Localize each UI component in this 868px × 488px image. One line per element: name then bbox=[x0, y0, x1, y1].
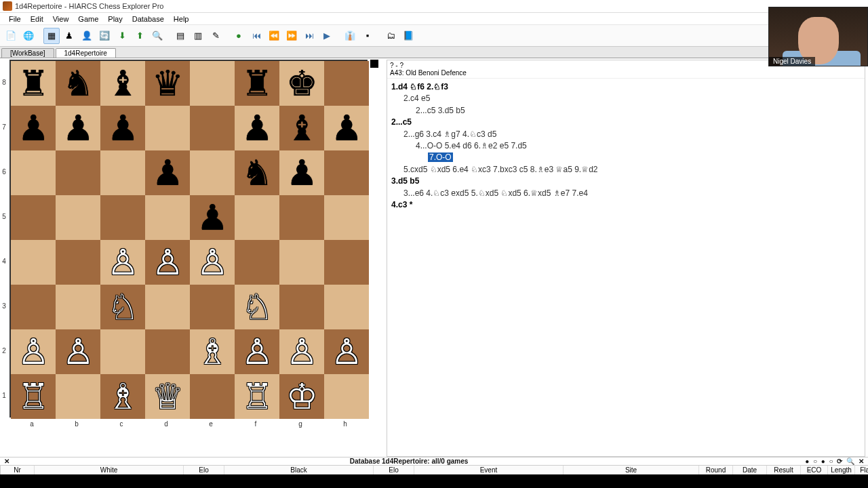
piece-bp[interactable]: ♟ bbox=[18, 110, 50, 146]
notation-line[interactable]: 4...O-O 5.e4 d6 6.♗e2 e5 7.d5 bbox=[391, 140, 861, 152]
square[interactable]: ♟ bbox=[56, 106, 100, 150]
piece-wp[interactable]: ♙ bbox=[18, 334, 50, 369]
square[interactable]: ♘ bbox=[235, 285, 279, 329]
square[interactable] bbox=[324, 285, 369, 329]
status-dot3-icon[interactable]: ● bbox=[821, 458, 825, 465]
square[interactable]: ♖ bbox=[235, 374, 279, 419]
square[interactable]: ♞ bbox=[235, 150, 279, 195]
square[interactable]: ♛ bbox=[145, 61, 190, 106]
notation-body[interactable]: 1.d4 ♘f6 2.♘f32.c4 e52...c5 3.d5 b52...c… bbox=[387, 79, 865, 214]
nav-back-icon[interactable]: ⏪ bbox=[266, 28, 282, 44]
square[interactable] bbox=[11, 150, 56, 195]
grid1-icon[interactable]: ▤ bbox=[172, 28, 189, 44]
notation-line[interactable]: 2.c4 e5 bbox=[391, 93, 861, 104]
square[interactable] bbox=[100, 195, 145, 240]
play-green-icon[interactable]: ● bbox=[231, 28, 247, 44]
status-dot2-icon[interactable]: ○ bbox=[813, 458, 817, 465]
notation-line[interactable]: 7.O-O bbox=[391, 152, 861, 163]
piece-wp[interactable]: ♙ bbox=[107, 245, 139, 280]
square[interactable]: ♟ bbox=[145, 150, 190, 195]
square[interactable]: ♝ bbox=[100, 61, 145, 106]
close-panel-icon[interactable]: ✕ bbox=[4, 458, 9, 465]
square[interactable]: ♟ bbox=[11, 106, 56, 150]
menu-edit[interactable]: Edit bbox=[26, 15, 48, 23]
nav-first-icon[interactable]: ⏮ bbox=[248, 28, 264, 44]
notation-line[interactable]: 3...e6 4.♘c3 exd5 5.♘xd5 ♘xd5 6.♕xd5 ♗e7… bbox=[391, 188, 861, 199]
square[interactable] bbox=[56, 285, 100, 329]
piece-wk[interactable]: ♔ bbox=[286, 379, 318, 414]
piece-wr[interactable]: ♖ bbox=[18, 379, 50, 414]
square[interactable]: ♙ bbox=[324, 329, 369, 374]
nav-last-icon[interactable]: ⏭ bbox=[301, 28, 317, 44]
square[interactable] bbox=[145, 195, 190, 240]
menu-file[interactable]: File bbox=[4, 15, 26, 23]
notation-line[interactable]: 3.d5 b5 bbox=[391, 176, 861, 187]
square[interactable] bbox=[145, 106, 190, 150]
square[interactable] bbox=[56, 195, 100, 240]
square[interactable] bbox=[11, 240, 56, 285]
square[interactable] bbox=[190, 285, 235, 329]
piece-bp[interactable]: ♟ bbox=[286, 155, 318, 190]
piece-wp[interactable]: ♙ bbox=[286, 334, 318, 369]
notation-line[interactable]: 2...c5 bbox=[391, 117, 861, 128]
square[interactable]: ♔ bbox=[279, 374, 324, 419]
piece-wb[interactable]: ♗ bbox=[107, 379, 139, 414]
edit-icon[interactable]: ✎ bbox=[208, 28, 224, 44]
status-dot4-icon[interactable]: ○ bbox=[829, 458, 833, 465]
status-close-icon[interactable]: ✕ bbox=[859, 458, 864, 465]
square[interactable] bbox=[190, 374, 235, 419]
square[interactable]: ♙ bbox=[100, 240, 145, 285]
grid2-icon[interactable]: ▥ bbox=[190, 28, 206, 44]
piece-bb[interactable]: ♝ bbox=[286, 110, 318, 146]
square[interactable]: ♜ bbox=[11, 61, 56, 106]
square[interactable]: ♙ bbox=[11, 329, 56, 374]
square[interactable]: ♙ bbox=[279, 329, 324, 374]
piece-bp[interactable]: ♟ bbox=[241, 110, 273, 146]
col-white[interactable]: White bbox=[35, 466, 184, 474]
square[interactable]: ♚ bbox=[279, 61, 324, 106]
notation-line[interactable]: 2...c5 3.d5 b5 bbox=[391, 105, 861, 117]
square[interactable] bbox=[324, 150, 369, 195]
notation-line[interactable]: 2...g6 3.c4 ♗g7 4.♘c3 d5 bbox=[391, 129, 861, 140]
square[interactable] bbox=[279, 240, 324, 285]
globe-icon[interactable]: 🌐 bbox=[20, 28, 37, 44]
square[interactable]: ♞ bbox=[56, 61, 100, 106]
piece-wr[interactable]: ♖ bbox=[241, 379, 273, 414]
board-icon[interactable]: ▦ bbox=[43, 28, 60, 44]
square[interactable]: ♟ bbox=[279, 150, 324, 195]
square[interactable] bbox=[56, 240, 100, 285]
square[interactable]: ♙ bbox=[235, 329, 279, 374]
notation-line[interactable]: 1.d4 ♘f6 2.♘f3 bbox=[391, 81, 861, 93]
chip-icon[interactable]: ▪ bbox=[359, 28, 376, 44]
piece-wn[interactable]: ♘ bbox=[107, 289, 139, 325]
col-black[interactable]: Black bbox=[224, 466, 374, 474]
menu-database[interactable]: Database bbox=[127, 15, 169, 23]
square[interactable] bbox=[56, 150, 100, 195]
square[interactable]: ♟ bbox=[100, 106, 145, 150]
up-icon[interactable]: ⬆ bbox=[132, 28, 148, 44]
square[interactable]: ♜ bbox=[235, 61, 279, 106]
status-refresh-icon[interactable]: ⟳ bbox=[837, 458, 842, 465]
col-round[interactable]: Round bbox=[699, 466, 733, 474]
piece-bp[interactable]: ♟ bbox=[62, 110, 94, 146]
square[interactable] bbox=[145, 329, 190, 374]
piece-bb[interactable]: ♝ bbox=[107, 66, 139, 101]
square[interactable]: ♙ bbox=[56, 329, 100, 374]
col-elo2[interactable]: Elo bbox=[374, 466, 414, 474]
square[interactable] bbox=[279, 285, 324, 329]
notation-line[interactable]: 4.c3 * bbox=[391, 199, 861, 211]
piece-bq[interactable]: ♛ bbox=[152, 66, 184, 101]
tab-repertoire[interactable]: 1d4Repertoire bbox=[56, 48, 116, 58]
piece-bp[interactable]: ♟ bbox=[152, 155, 184, 190]
square[interactable]: ♟ bbox=[235, 106, 279, 150]
piece-br[interactable]: ♜ bbox=[241, 66, 273, 101]
search-icon[interactable]: 🔍 bbox=[149, 28, 165, 44]
piece-wq[interactable]: ♕ bbox=[152, 379, 184, 414]
piece-bn[interactable]: ♞ bbox=[62, 66, 94, 101]
square[interactable]: ♖ bbox=[11, 374, 56, 419]
piece-bp[interactable]: ♟ bbox=[331, 110, 363, 146]
analysis-icon[interactable]: 👤 bbox=[79, 28, 95, 44]
col-eco[interactable]: ECO bbox=[801, 466, 828, 474]
square[interactable] bbox=[11, 195, 56, 240]
nav-play-icon[interactable]: ▶ bbox=[319, 28, 335, 44]
